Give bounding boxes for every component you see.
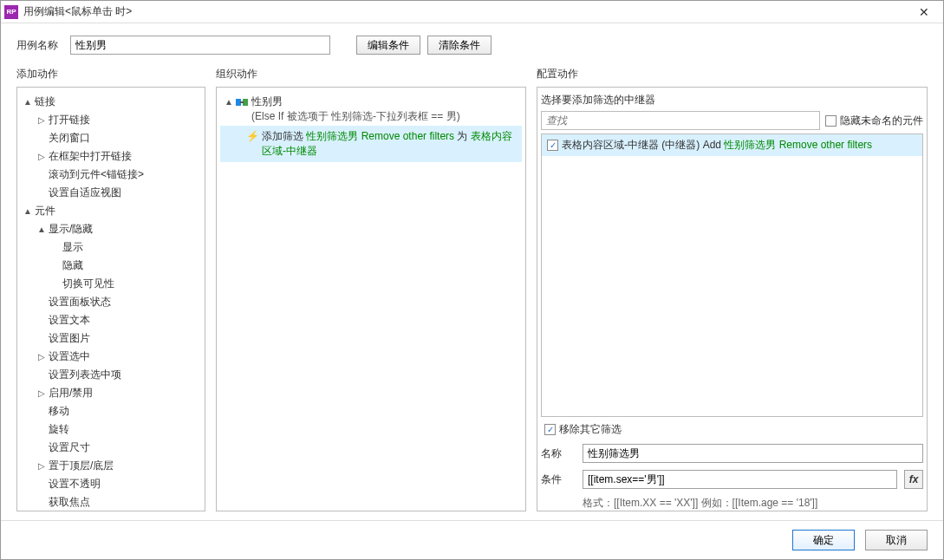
tree-item[interactable]: ▷设置选中 [19,348,203,366]
tree-item[interactable]: ▷在框架中打开链接 [19,147,203,166]
ok-button[interactable]: 确定 [792,530,855,550]
tree-item-label: 切换可见性 [62,277,114,291]
tree-item[interactable]: 设置尺寸 [19,439,203,457]
case-node[interactable]: ▲ 性别男 (Else If 被选项于 性别筛选-下拉列表框 == 男) [220,93,522,126]
tree-item[interactable]: ▲显示/隐藏 [19,220,203,238]
action-text: 添加筛选 性别筛选男 Remove other filters 为 表格内容区域… [262,129,518,159]
dialog-footer: 确定 取消 [1,520,943,559]
organize-panel: ▲ 性别男 (Else If 被选项于 性别筛选-下拉列表框 == 男) ⚡ 添… [216,87,526,511]
tree-item[interactable]: 设置不透明 [19,475,203,493]
tree-item-label: 设置尺寸 [49,440,90,455]
tree-item-label: 显示 [62,240,83,255]
columns: 添加动作 ▲链接▷打开链接关闭窗口▷在框架中打开链接滚动到元件<锚链接>设置自适… [1,63,943,520]
tree-item-label: 移动 [49,404,69,419]
organize-tree[interactable]: ▲ 性别男 (Else If 被选项于 性别筛选-下拉列表框 == 男) ⚡ 添… [217,88,525,167]
case-name-row: 用例名称 编辑条件 清除条件 [1,23,943,63]
tree-item-label: 设置不透明 [49,477,101,492]
case-name-label: 用例名称 [16,38,63,53]
checkbox-icon [825,115,837,127]
tree-item-label: 滚动到元件<锚链接> [49,167,144,182]
case-icon [236,97,248,107]
expand-icon[interactable]: ▷ [36,115,47,125]
add-action-header: 添加动作 [16,63,205,87]
action-tree[interactable]: ▲链接▷打开链接关闭窗口▷在框架中打开链接滚动到元件<锚链接>设置自适应视图▲元… [17,88,205,511]
tree-item[interactable]: 移动 [19,402,203,420]
dialog-title: 用例编辑<鼠标单击 时> [23,4,908,19]
tree-item[interactable]: 设置图片 [19,329,203,348]
tree-item-label: 设置自适应视图 [49,186,121,200]
tree-item-label: 链接 [35,94,55,109]
organize-action-header: 组织动作 [216,63,526,87]
tree-item-label: 关闭窗口 [49,131,90,146]
tree-item-label: 在框架中打开链接 [49,149,132,164]
tree-item-label: 旋转 [49,422,69,437]
svg-rect-2 [240,101,244,103]
tree-item[interactable]: 设置面板状态 [19,293,203,311]
tree-item-label: 显示/隐藏 [49,222,93,237]
tree-item[interactable]: 隐藏 [19,257,203,275]
tree-item[interactable]: 切换可见性 [19,275,203,293]
configure-action-column: 配置动作 选择要添加筛选的中继器 隐藏未命名的元件 ✓ [537,63,928,511]
collapse-icon[interactable]: ▲ [36,225,47,234]
edit-condition-button[interactable]: 编辑条件 [356,36,420,55]
configure-subtitle: 选择要添加筛选的中继器 [537,88,927,111]
tree-item-label: 启用/禁用 [49,386,93,400]
action-tree-panel: ▲链接▷打开链接关闭窗口▷在框架中打开链接滚动到元件<锚链接>设置自适应视图▲元… [16,87,205,511]
hide-unnamed-label: 隐藏未命名的元件 [840,114,923,128]
tree-item[interactable]: 滚动到元件<锚链接> [19,166,203,184]
case-name-input[interactable] [70,36,330,55]
add-action-column: 添加动作 ▲链接▷打开链接关闭窗口▷在框架中打开链接滚动到元件<锚链接>设置自适… [16,63,205,511]
configure-fields: ✓ 移除其它筛选 名称 条件 fx 格式：[[Item.XX == 'XX [537,422,927,511]
tree-item[interactable]: 设置自适应视图 [19,184,203,202]
tree-item-label: 获取焦点 [49,495,90,510]
cancel-button[interactable]: 取消 [865,530,928,550]
action-node[interactable]: ⚡ 添加筛选 性别筛选男 Remove other filters 为 表格内容… [220,126,522,162]
app-icon: RP [4,5,18,19]
tree-item[interactable]: ▲链接 [19,93,203,111]
remove-other-filters-checkbox[interactable]: ✓ 移除其它筛选 [541,422,923,437]
tree-item[interactable]: 旋转 [19,420,203,439]
close-icon[interactable]: ✕ [908,3,940,22]
filter-name-label: 名称 [541,446,576,461]
collapse-icon[interactable]: ▲ [23,206,33,216]
clear-condition-button[interactable]: 清除条件 [427,36,492,55]
tree-item-label: 元件 [35,204,55,218]
filter-name-row: 名称 [541,444,923,463]
repeater-list[interactable]: ✓ 表格内容区域-中继器 (中继器) Add 性别筛选男 Remove othe… [541,133,923,417]
list-item[interactable]: ✓ 表格内容区域-中继器 (中继器) Add 性别筛选男 Remove othe… [542,134,922,156]
tree-item-label: 设置面板状态 [49,295,111,309]
tree-item-label: 设置图片 [49,331,90,346]
tree-item-label: 设置选中 [49,349,90,364]
tree-item[interactable]: ▷置于顶层/底层 [19,457,203,475]
hide-unnamed-checkbox[interactable]: 隐藏未命名的元件 [825,114,923,128]
tree-item-label: 置于顶层/底层 [49,459,114,473]
tree-item[interactable]: 设置文本 [19,311,203,329]
checkbox-icon[interactable]: ✓ [547,140,558,151]
collapse-icon[interactable]: ▲ [23,97,33,107]
list-item-label: 表格内容区域-中继器 (中继器) Add 性别筛选男 Remove other … [562,138,872,153]
fx-button[interactable]: fx [904,470,923,489]
format-hint: 格式：[[Item.XX == 'XX']] 例如：[[Item.age == … [541,496,923,511]
titlebar: RP 用例编辑<鼠标单击 时> ✕ [1,1,943,23]
tree-item[interactable]: ▷启用/禁用 [19,384,203,402]
case-editor-dialog: RP 用例编辑<鼠标单击 时> ✕ 用例名称 编辑条件 清除条件 添加动作 ▲链… [0,0,944,560]
tree-item[interactable]: 获取焦点 [19,493,203,511]
filter-name-input[interactable] [583,444,923,463]
filter-condition-input[interactable] [583,470,897,489]
expand-icon[interactable]: ▷ [36,388,47,398]
tree-item[interactable]: ▲元件 [19,202,203,220]
tree-item[interactable]: 设置列表选中项 [19,366,203,384]
tree-item[interactable]: 显示 [19,238,203,257]
tree-item[interactable]: ▷打开链接 [19,111,203,129]
expand-icon[interactable]: ▷ [36,152,47,161]
tree-item-label: 设置文本 [49,313,90,328]
bolt-icon: ⚡ [246,129,258,144]
tree-item[interactable]: 关闭窗口 [19,129,203,147]
expand-icon[interactable]: ▷ [36,352,47,361]
configure-panel: 选择要添加筛选的中继器 隐藏未命名的元件 ✓ 表格内容区域-中继器 (中继器) … [537,87,928,511]
expand-icon[interactable]: ▷ [36,461,47,471]
search-input[interactable] [541,111,820,130]
case-name-text: 性别男 [251,94,460,109]
collapse-icon[interactable]: ▲ [224,97,234,107]
configure-action-header: 配置动作 [537,63,928,87]
